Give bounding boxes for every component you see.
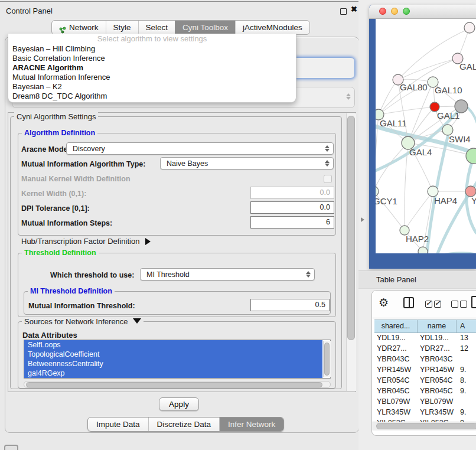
float-window-icon[interactable] (340, 8, 347, 15)
network-node-label: GAL11 (380, 118, 407, 128)
apply-button[interactable]: Apply (159, 397, 199, 411)
network-edge (398, 58, 458, 80)
table-cell: YBR045C (374, 386, 418, 396)
tab-network-label: Network (69, 21, 99, 34)
column-header-shared-name[interactable]: shared... (374, 320, 418, 332)
network-node-label: Y (471, 195, 476, 206)
aracne-mode-value: Discovery (73, 145, 105, 153)
panel-title: Control Panel (6, 6, 53, 15)
table-cell: YER054C (374, 375, 418, 386)
table-cell: YIL052C (418, 418, 457, 422)
hub-definition-toggle[interactable]: Hub/Transcription Factor Definition (21, 237, 151, 246)
algorithm-option[interactable]: ARACNE Algorithm (8, 63, 296, 73)
tab-style-label: Style (113, 21, 131, 34)
settings-scrollbar-thumb[interactable] (347, 116, 355, 340)
mi-steps-field[interactable]: 6 (250, 216, 334, 229)
table-cell: YDR27... (418, 343, 457, 354)
network-graph: GALGAL80GAL10GAL1GAL11SWI4GAL4GCY1HAP4YH… (376, 19, 476, 253)
combo-arrows-icon (305, 270, 311, 278)
tab-discretize-data[interactable]: Discretize Data (148, 418, 220, 431)
deselect-all-icon[interactable] (451, 299, 469, 310)
tab-jactivemnodules[interactable]: jActiveMNodules (235, 21, 309, 34)
tab-impute-data[interactable]: Impute Data (88, 418, 148, 431)
which-threshold-combo[interactable]: MI Threshold (140, 268, 315, 281)
table-cell: 8. (457, 375, 476, 386)
bottom-left-partial-button[interactable] (4, 445, 18, 450)
mi-threshold-field[interactable]: 0.5 (250, 299, 330, 311)
kernel-width-label: Kernel Width (0,1): (21, 190, 86, 198)
expanded-arrow-icon (133, 318, 141, 324)
table-panel-body: ⚙ shared... name A YDL19...YDL19...13YDR… (371, 290, 476, 436)
split-columns-icon[interactable] (403, 297, 414, 308)
table-cell: YBR043C (374, 354, 418, 364)
close-light[interactable] (379, 8, 386, 15)
tab-style[interactable]: Style (106, 21, 138, 34)
sources-toggle[interactable]: Sources for Network Inference (22, 317, 144, 326)
sources-title: Sources for Network Inference (24, 317, 128, 326)
table-cell: YDL19... (418, 332, 457, 343)
collapsed-arrow-icon (145, 238, 151, 245)
table-row[interactable]: YBR043CYBR043C (374, 354, 476, 364)
app-root: { "window": { "title": "Control Panel" }… (0, 0, 476, 450)
zoom-light[interactable] (403, 8, 410, 15)
network-canvas[interactable]: GALGAL80GAL10GAL1GAL11SWI4GAL4GCY1HAP4YH… (376, 19, 476, 253)
network-node[interactable] (464, 22, 475, 33)
table-row[interactable]: YER054CYER054C8. (374, 375, 476, 386)
gear-icon[interactable]: ⚙ (379, 296, 389, 309)
table-row[interactable]: YDR27...YDR27...12 (374, 343, 476, 354)
table-rows: YDL19...YDL19...13YDR27...YDR27...12YBR0… (374, 332, 476, 422)
combo-arrows-icon (324, 145, 330, 152)
data-attribute-item[interactable]: gal4RGexp (24, 369, 322, 378)
tab-network[interactable]: Network (52, 21, 106, 34)
algorithm-option[interactable]: Bayesian – K2 (8, 82, 296, 92)
dpi-tolerance-field[interactable]: 0.0 (250, 201, 334, 214)
algorithm-option[interactable]: Bayesian – Hill Climbing (8, 44, 296, 54)
network-node-label: GCY1 (376, 196, 397, 206)
splitter-arrow-icon[interactable] (361, 217, 364, 222)
mi-algorithm-type-combo[interactable]: Naive Bayes (160, 157, 334, 169)
kernel-width-field[interactable]: 0.0 (250, 187, 334, 199)
algorithm-option[interactable]: Basic Correlation Inference (8, 54, 296, 63)
table-row[interactable]: YBR045CYBR045C9. (374, 386, 476, 396)
attributes-scrollbar-thumb[interactable] (324, 343, 330, 376)
network-node[interactable] (376, 186, 379, 197)
manual-kernel-width-label: Manual Kernel Width Definition (21, 175, 131, 183)
table-hscrollbar-thumb[interactable] (376, 423, 476, 429)
attributes-hscrollbar-thumb[interactable] (26, 382, 322, 387)
hub-definition-label: Hub/Transcription Factor Definition (21, 237, 139, 246)
tab-select[interactable]: Select (138, 21, 175, 34)
algorithm-option[interactable]: Dream8 DC_TDC Algorithm (8, 92, 296, 101)
table-row[interactable]: YBL079WYBL079W (374, 396, 476, 407)
table-cell: 9. (457, 407, 476, 418)
network-node[interactable] (418, 247, 428, 253)
data-attribute-item[interactable]: SelfLoops (24, 340, 322, 350)
mi-threshold-definition-title: MI Threshold Definition (28, 287, 115, 295)
document-icon[interactable] (471, 296, 476, 308)
close-icon[interactable]: ✖ (351, 5, 357, 14)
tab-cyni-toolbox[interactable]: Cyni Toolbox (175, 21, 235, 34)
data-attribute-item[interactable]: TopologicalCoefficient (24, 350, 322, 359)
table-row[interactable]: YDL19...YDL19...13 (374, 332, 476, 343)
network-edge (379, 107, 435, 115)
table-row[interactable]: YIL052CYIL052C9. (374, 418, 476, 422)
table-cell: 9. (457, 386, 476, 396)
tab-infer-network[interactable]: Infer Network (219, 418, 283, 431)
bottom-tabs: Impute Data Discretize Data Infer Networ… (87, 417, 284, 432)
aracne-mode-combo[interactable]: Discovery (66, 142, 334, 155)
data-attributes-label: Data Attributes (22, 331, 77, 340)
which-threshold-value: MI Threshold (146, 270, 190, 279)
select-all-icon[interactable] (425, 299, 443, 310)
data-attribute-item[interactable]: BetweennessCentrality (24, 359, 322, 369)
table-row[interactable]: YPR145WYPR145W9. (374, 364, 476, 375)
table-cell: YBR045C (418, 386, 457, 396)
column-header-partial[interactable]: A (457, 320, 476, 332)
column-header-name[interactable]: name (418, 320, 457, 332)
table-cell: YPR145W (374, 364, 418, 375)
manual-kernel-width-checkbox[interactable] (324, 175, 332, 183)
table-row[interactable]: YLR345WYLR345W9. (374, 407, 476, 418)
algorithm-option[interactable]: Mutual Information Inference (8, 73, 296, 82)
table-cell: YBR043C (418, 354, 457, 364)
minimize-light[interactable] (391, 8, 398, 15)
network-window-titlebar[interactable] (369, 5, 476, 19)
network-node-label: GAL10 (435, 85, 462, 95)
